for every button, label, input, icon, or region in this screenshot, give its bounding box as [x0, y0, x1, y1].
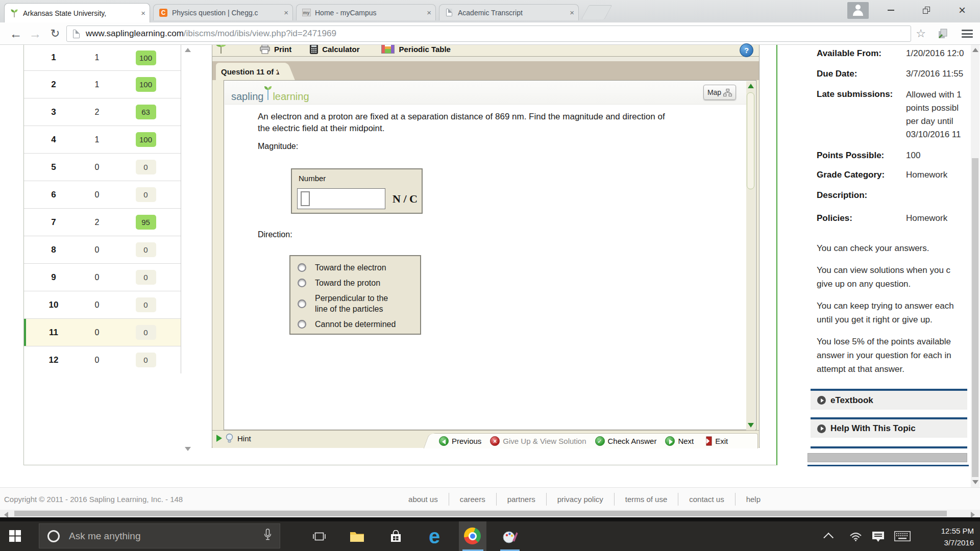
footer-link[interactable]: partners [496, 493, 546, 506]
question-score-badge: 0 [136, 353, 156, 367]
paint-icon[interactable] [496, 521, 524, 551]
file-explorer-icon[interactable] [343, 521, 371, 551]
question-scrollbar[interactable] [746, 81, 755, 430]
question-nav-row[interactable]: 5 0 0 [24, 153, 181, 181]
profile-button[interactable] [847, 2, 869, 19]
question-nav-row[interactable]: 1 1 100 [24, 45, 181, 70]
question-nav-row[interactable]: 12 0 0 [24, 346, 181, 373]
wifi-icon[interactable] [845, 521, 866, 551]
question-text-line: the electric field at their midpoint. [258, 122, 665, 134]
qnav-scroll-up-icon[interactable] [185, 48, 191, 52]
browser-tab[interactable]: Academic Transcript × [439, 4, 579, 20]
question-nav-row[interactable]: 2 1 100 [24, 70, 181, 98]
footer-link[interactable]: terms of use [614, 493, 678, 506]
windows-store-icon[interactable] [382, 521, 409, 551]
taskbar-clock[interactable]: 12:55 PM 3/7/2016 [941, 525, 974, 548]
tab-close-icon[interactable]: × [570, 9, 574, 16]
browser-tab[interactable]: my Home - myCampus × [296, 4, 436, 20]
browser-menu-icon[interactable] [962, 30, 973, 38]
check-answer-button[interactable]: ✓ Check Answer [595, 436, 657, 446]
start-button[interactable] [9, 530, 21, 544]
hint-button[interactable]: Hint [216, 433, 251, 443]
question-nav-row[interactable]: 7 2 95 [24, 208, 181, 236]
number-input[interactable] [297, 188, 385, 209]
question-nav-row[interactable]: 8 0 0 [24, 236, 181, 263]
tab-close-icon[interactable]: × [427, 9, 431, 16]
tab-close-icon[interactable]: × [284, 9, 288, 16]
radio-button-icon[interactable] [298, 263, 306, 272]
scrollbar-up-icon[interactable] [972, 48, 978, 52]
browser-tab[interactable]: C Physics question | Chegg.c × [153, 4, 293, 20]
assignment-field-value-line: per day until [906, 115, 962, 128]
footer-link[interactable]: privacy policy [546, 493, 614, 506]
cortana-search-box[interactable]: Ask me anything [39, 523, 280, 548]
footer-link[interactable]: about us [398, 493, 449, 506]
scrollbar-thumb[interactable] [14, 511, 947, 516]
footer-link[interactable]: help [735, 493, 771, 506]
window-restore-button[interactable] [912, 0, 941, 20]
previous-button[interactable]: Previous [439, 436, 481, 446]
periodic-table-button[interactable]: Periodic Table [381, 45, 451, 54]
page-horizontal-scrollbar[interactable] [0, 510, 980, 517]
task-view-button[interactable] [305, 521, 333, 551]
question-nav-row[interactable]: 4 1 100 [24, 126, 181, 153]
help-with-topic-label: Help With This Topic [830, 423, 916, 434]
tab-close-icon[interactable]: × [141, 9, 145, 17]
radio-button-icon[interactable] [298, 320, 306, 329]
reload-icon[interactable]: ↻ [47, 22, 63, 45]
give-up-button[interactable]: × Give Up & View Solution [490, 436, 586, 446]
tray-expand-icon[interactable] [820, 521, 840, 551]
window-close-button[interactable]: × [947, 0, 977, 20]
question-nav-row[interactable]: 9 0 0 [24, 263, 181, 291]
help-icon[interactable]: ? [740, 43, 753, 57]
exit-door-icon [702, 436, 712, 446]
map-button[interactable]: Map [703, 85, 736, 100]
print-button[interactable]: Print [260, 45, 291, 54]
assignment-field-label: Available From: [817, 48, 906, 59]
scrollbar-down-icon[interactable] [972, 480, 978, 484]
footer-link[interactable]: careers [449, 493, 496, 506]
policy-note-line: answer in your question for each in [817, 348, 969, 362]
back-icon[interactable]: ← [7, 22, 24, 45]
sidebar-bottom-border [807, 465, 969, 466]
browser-tab[interactable]: Arkansas State University, × [4, 3, 150, 22]
radio-button-icon[interactable] [298, 299, 306, 308]
footer-link[interactable]: contact us [678, 493, 734, 506]
scroll-down-icon[interactable] [748, 423, 754, 428]
etextbook-section[interactable]: eTextbook [811, 389, 967, 410]
question-nav-row[interactable]: 3 2 63 [24, 98, 181, 126]
direction-radio-option[interactable]: Perpendicular to theline of the particle… [298, 293, 420, 314]
page-vertical-scrollbar[interactable] [971, 45, 979, 487]
direction-radio-option[interactable]: Toward the proton [298, 278, 420, 288]
direction-radio-option[interactable]: Toward the electron [298, 262, 420, 273]
keyboard-icon[interactable] [892, 521, 913, 551]
window-minimize-button[interactable] [876, 0, 905, 20]
sidebar-horizontal-scrollbar[interactable] [807, 453, 967, 462]
calculator-icon [310, 45, 318, 54]
exit-button[interactable]: Exit [702, 436, 728, 446]
notification-icon[interactable] [868, 521, 888, 551]
next-button[interactable]: Next [665, 436, 694, 446]
question-nav-row[interactable]: 11 0 0 [24, 318, 181, 346]
new-tab-button[interactable] [581, 5, 612, 19]
bookmark-star-icon[interactable]: ☆ [914, 22, 928, 45]
forward-icon[interactable]: → [27, 22, 44, 45]
direction-radio-option[interactable]: Cannot be determined [298, 319, 420, 330]
question-nav-row[interactable]: 6 0 0 [24, 181, 181, 208]
qnav-scroll-down-icon[interactable] [185, 447, 191, 451]
chrome-taskbar-button[interactable] [459, 521, 486, 551]
calculator-button[interactable]: Calculator [310, 45, 359, 54]
question-nav-row[interactable]: 10 0 0 [24, 291, 181, 318]
radio-button-icon[interactable] [298, 279, 306, 287]
help-with-topic-section[interactable]: Help With This Topic [811, 417, 967, 438]
extension-icon[interactable] [937, 28, 948, 41]
url-omnibox[interactable]: www.saplinglearning.com/ibiscms/mod/ibis… [66, 26, 911, 42]
magnitude-label: Magnitude: [258, 142, 298, 151]
question-number: 11 [24, 328, 83, 338]
scroll-up-icon[interactable] [748, 84, 754, 88]
microphone-icon[interactable] [264, 529, 272, 544]
scrollbar-thumb[interactable] [972, 158, 978, 477]
scrollbar-thumb[interactable] [747, 92, 754, 189]
question-tab-label: Question 11 of 12 [221, 67, 284, 76]
edge-browser-icon[interactable]: e [421, 521, 448, 551]
